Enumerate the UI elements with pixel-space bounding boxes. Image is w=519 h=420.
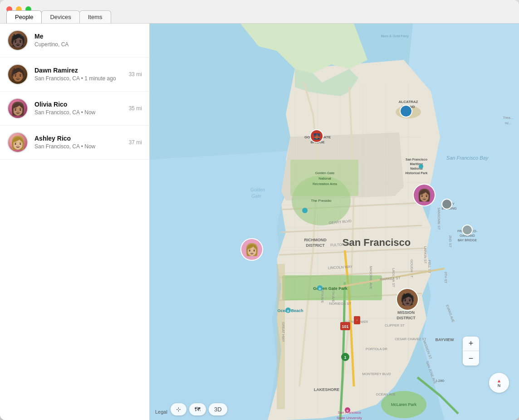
svg-text:DISTRICT: DISTRICT — [306, 243, 325, 248]
zoom-controls: + − — [463, 337, 479, 366]
svg-text:👩🏼: 👩🏼 — [245, 242, 260, 257]
svg-point-110 — [400, 105, 412, 117]
tab-devices[interactable]: Devices — [41, 10, 79, 23]
svg-text:⊕: ⊕ — [287, 309, 289, 313]
tab-bar: People Devices Items — [6, 10, 111, 23]
svg-text:ALCATRAZ: ALCATRAZ — [399, 100, 418, 104]
person-location: San Francisco, CA • Now — [34, 109, 125, 117]
svg-text:Trea...: Trea... — [503, 116, 514, 120]
person-distance: 35 mi — [129, 105, 142, 112]
list-item[interactable]: 🧑🏾 Dawn Ramirez San Francisco, CA • 1 mi… — [0, 58, 149, 92]
svg-point-111 — [442, 199, 452, 209]
person-distance: 33 mi — [129, 71, 142, 78]
tab-people[interactable]: People — [6, 10, 42, 23]
person-name: Olivia Rico — [34, 101, 125, 108]
svg-text:7TH AVE: 7TH AVE — [332, 289, 335, 303]
legal-text: Legal — [155, 407, 167, 415]
svg-text:San Francisco: San Francisco — [343, 237, 411, 248]
svg-text:Recreation Area: Recreation Area — [313, 182, 338, 186]
svg-text:San Francisco Bay: San Francisco Bay — [446, 155, 489, 161]
svg-text:National: National — [318, 176, 331, 181]
list-item[interactable]: 👩🏼 Ashley Rico San Francisco, CA • Now 3… — [0, 126, 149, 160]
person-location: San Francisco, CA • 1 minute ago — [34, 75, 125, 83]
map-area[interactable]: Golden Gate Park The Presidio Golden Gat… — [150, 24, 519, 420]
svg-text:19TH AVE: 19TH AVE — [321, 288, 324, 303]
svg-text:I-280: I-280 — [436, 379, 445, 383]
tab-items[interactable]: Items — [79, 10, 111, 23]
svg-text:MASONIC AVE: MASONIC AVE — [369, 266, 373, 289]
svg-text:MONTEREY BLVD: MONTEREY BLVD — [362, 372, 391, 376]
svg-text:SANSOME ST: SANSOME ST — [437, 207, 441, 230]
svg-text:1: 1 — [344, 355, 346, 360]
avatar: 👩🏽 — [7, 98, 28, 119]
svg-point-112 — [462, 225, 472, 235]
svg-text:State University: State University — [337, 416, 362, 420]
person-location: Cupertino, CA — [34, 41, 138, 49]
svg-text:Golden Gate: Golden Gate — [315, 171, 335, 175]
svg-text:⊕: ⊕ — [346, 409, 349, 412]
list-item[interactable]: 🧑🏿 Me Cupertino, CA — [0, 24, 149, 58]
location-button[interactable]: ⊹ — [171, 403, 186, 415]
svg-text:McLaren Park: McLaren Park — [391, 402, 417, 407]
main-content: 🧑🏿 Me Cupertino, CA 🧑🏾 Dawn Ramirez San … — [0, 24, 519, 420]
compass[interactable]: ▲ N — [489, 373, 509, 393]
3d-button[interactable]: 3D — [209, 403, 227, 415]
svg-text:PORTOLA DR: PORTOLA DR — [366, 347, 388, 351]
svg-text:LARKIN ST: LARKIN ST — [423, 246, 427, 264]
svg-text:MISSION: MISSION — [397, 310, 415, 315]
zoom-out-button[interactable]: − — [463, 351, 479, 366]
titlebar: ค้นหาเพื่อนๆ อุปกรณ์ หรือสิ่งของของคุณ P… — [0, 0, 519, 24]
app-window: ค้นหาเพื่อนๆ อุปกรณ์ หรือสิ่งของของคุณ P… — [0, 0, 519, 420]
svg-text:Blum & Gold Ferry: Blum & Gold Ferry — [381, 34, 409, 38]
svg-text:101: 101 — [342, 324, 348, 329]
svg-text:CESAR CHAVEZ ST: CESAR CHAVEZ ST — [395, 337, 426, 341]
svg-text:NORIEGA ST: NORIEGA ST — [329, 302, 352, 306]
person-distance: 37 mi — [129, 139, 142, 146]
person-info: Dawn Ramirez San Francisco, CA • 1 minut… — [34, 67, 125, 83]
svg-text:Historical Park: Historical Park — [405, 171, 427, 175]
person-name: Me — [34, 33, 138, 40]
svg-text:The Presidio: The Presidio — [311, 199, 332, 203]
svg-point-94 — [419, 164, 423, 169]
person-location: San Francisco, CA • Now — [34, 143, 125, 151]
map-type-button[interactable]: 🗺 — [189, 403, 206, 415]
svg-text:GREAT HWY: GREAT HWY — [281, 322, 285, 342]
svg-text:OCEAN AVE: OCEAN AVE — [376, 392, 396, 396]
zoom-in-button[interactable]: + — [463, 337, 479, 351]
svg-text:RICHMOND: RICHMOND — [304, 238, 327, 242]
person-name: Dawn Ramirez — [34, 67, 125, 74]
svg-text:9TH ST: 9TH ST — [444, 272, 448, 283]
svg-text:San Francisco: San Francisco — [406, 158, 427, 161]
map-bottom-tools: ⊹ 🗺 3D — [171, 403, 227, 415]
avatar: 🧑🏾 — [7, 64, 28, 85]
svg-text:🌉: 🌉 — [313, 133, 320, 140]
svg-text:🧑🏿: 🧑🏿 — [400, 292, 415, 307]
person-info: Ashley Rico San Francisco, CA • Now — [34, 135, 125, 151]
svg-text:DISTRICT: DISTRICT — [397, 316, 416, 320]
svg-text:Isl...: Isl... — [505, 121, 512, 125]
svg-text:⊕: ⊕ — [318, 287, 321, 290]
avatar: 👩🏼 — [7, 132, 28, 153]
person-name: Ashley Rico — [34, 135, 125, 142]
person-info: Olivia Rico San Francisco, CA • Now — [34, 101, 125, 117]
svg-text:BAYVIEW: BAYVIEW — [435, 337, 454, 342]
svg-text:2ND ST: 2ND ST — [448, 235, 452, 248]
sidebar: 🧑🏿 Me Cupertino, CA 🧑🏾 Dawn Ramirez San … — [0, 24, 150, 420]
svg-text:Golden: Golden — [250, 187, 265, 192]
svg-text:BAY BRIDGE: BAY BRIDGE — [458, 239, 477, 242]
svg-text:LAKESHORE: LAKESHORE — [314, 387, 340, 392]
list-item[interactable]: 👩🏽 Olivia Rico San Francisco, CA • Now 3… — [0, 92, 149, 126]
avatar: 🧑🏿 — [7, 30, 28, 51]
svg-text:🗼: 🗼 — [355, 318, 359, 322]
svg-text:CLIPPER ST: CLIPPER ST — [385, 323, 405, 327]
svg-text:Gate: Gate — [251, 194, 261, 199]
svg-point-93 — [302, 208, 308, 213]
person-info: Me Cupertino, CA — [34, 33, 138, 49]
svg-text:👩🏽: 👩🏽 — [417, 188, 432, 202]
